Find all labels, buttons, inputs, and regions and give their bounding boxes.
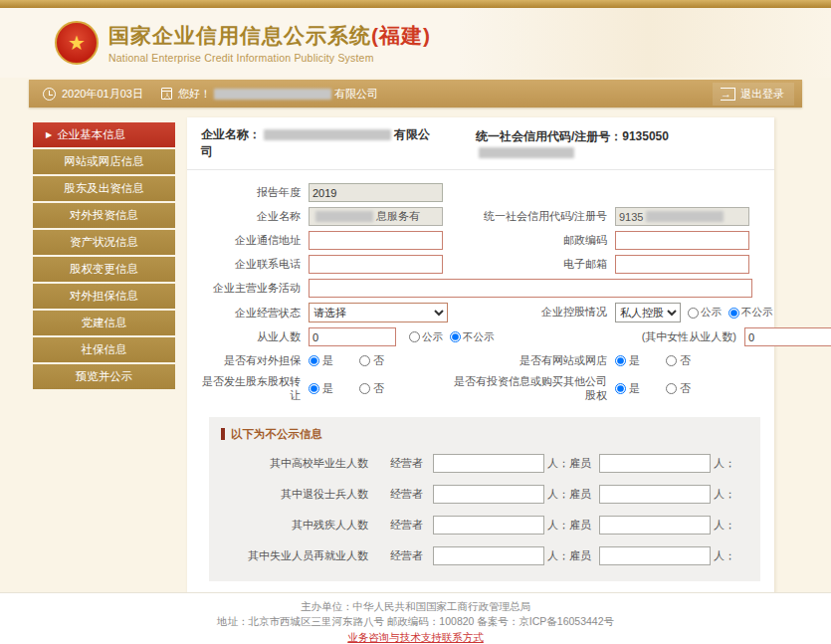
credit-code-field: 9135 <box>615 207 749 226</box>
footer-support-link[interactable]: 业务咨询与技术支持联系方式 <box>347 630 484 644</box>
disabled-operator-input[interactable] <box>433 516 544 535</box>
greeting-prefix: 您好！ <box>178 87 211 102</box>
company-name-label: 企业名称 <box>199 209 309 224</box>
footer-org-line: 主办单位：中华人民共和国国家工商行政管理总局 <box>0 599 831 614</box>
nonpublic-section-title: 以下为不公示信息 <box>221 427 748 442</box>
clock-icon <box>43 88 56 101</box>
site-title: 国家企业信用信息公示系统(福建) <box>108 22 431 50</box>
sidebar-item-shareholder-info[interactable]: 股东及出资信息 <box>33 176 175 201</box>
employees-publicity-radios: 公示 不公示 <box>402 330 615 344</box>
report-year-label: 报告年度 <box>199 185 309 200</box>
sidebar-item-party-info[interactable]: 党建信息 <box>33 311 175 335</box>
page-footer: 主办单位：中华人民共和国国家工商行政管理总局 地址：北京市西城区三里河东路八号 … <box>0 592 831 644</box>
holding-not-public-radio[interactable] <box>728 308 739 319</box>
employees-not-public-radio[interactable] <box>450 331 461 342</box>
nonpublic-row-reemployed: 其中失业人员再就业人数 经营者 人；雇员 人； <box>221 546 748 565</box>
address-label: 企业通信地址 <box>199 233 309 248</box>
logout-label: 退出登录 <box>740 87 784 102</box>
email-input[interactable] <box>615 255 749 274</box>
equity-transfer-label: 是否发生股东股权转让 <box>199 375 309 403</box>
greeting-company-suffix: 有限公司 <box>334 87 378 102</box>
company-name-redacted <box>264 129 391 140</box>
company-name-field: 息服务有 <box>309 207 443 226</box>
reemployed-operator-input[interactable] <box>433 546 544 565</box>
nonpublic-row-veterans: 其中退役士兵人数 经营者 人；雇员 人； <box>221 485 748 504</box>
holding-status-label: 企业控股情况 <box>448 306 615 320</box>
investment-no-radio[interactable] <box>666 383 677 394</box>
nonpublic-row-disabled: 其中残疾人人数 经营者 人；雇员 人； <box>221 516 748 535</box>
female-employees-label: (其中女性从业人数) <box>615 330 744 344</box>
sidebar-item-guarantee-info[interactable]: 对外担保信息 <box>33 284 175 309</box>
female-employees-input[interactable] <box>744 327 831 346</box>
sidebar-nav: ▶企业基本信息 网站或网店信息 股东及出资信息 对外投资信息 资产状况信息 股权… <box>33 122 175 391</box>
phone-label: 企业联系电话 <box>199 257 309 272</box>
nonpublic-row-graduates: 其中高校毕业生人数 经营者 人；雇员 人； <box>221 454 748 473</box>
equity-transfer-radios: 是 否 <box>309 381 448 396</box>
credit-code-label: 统一社会信用代码/注册号 <box>448 210 615 224</box>
graduates-operator-input[interactable] <box>433 454 544 473</box>
sidebar-item-preview-publish[interactable]: 预览并公示 <box>33 364 175 389</box>
equity-transfer-yes-radio[interactable] <box>309 383 319 394</box>
veterans-operator-input[interactable] <box>433 485 544 504</box>
website-label: 是否有网站或网店 <box>448 354 615 368</box>
guarantee-radios: 是 否 <box>309 353 448 368</box>
equity-transfer-no-radio[interactable] <box>359 383 370 394</box>
report-year-field <box>309 183 443 202</box>
guarantee-label: 是否有对外担保 <box>199 353 309 368</box>
employees-input[interactable] <box>309 327 396 346</box>
company-name-line: 企业名称：有限公司 <box>201 126 434 160</box>
investment-radios: 是 否 <box>615 381 717 396</box>
sidebar-item-website-info[interactable]: 网站或网店信息 <box>33 149 175 174</box>
site-title-main: 国家企业信用信息公示系统 <box>108 24 371 47</box>
session-topbar: 2020年01月03日 您好！ 有限公司 → 退出登录 <box>29 80 802 107</box>
phone-input[interactable] <box>309 255 443 274</box>
website-yes-radio[interactable] <box>615 355 626 366</box>
guarantee-yes-radio[interactable] <box>309 355 319 366</box>
address-input[interactable] <box>309 231 443 250</box>
sidebar-item-basic-info[interactable]: ▶企业基本信息 <box>33 122 175 147</box>
employees-public-radio[interactable] <box>409 331 420 342</box>
investment-yes-radio[interactable] <box>615 383 626 394</box>
website-no-radio[interactable] <box>666 355 677 366</box>
veterans-employee-input[interactable] <box>599 485 711 504</box>
operating-status-label: 企业经营状态 <box>199 306 309 321</box>
company-name-redacted <box>214 89 331 100</box>
postcode-label: 邮政编码 <box>448 234 615 248</box>
top-gold-strip <box>0 0 831 8</box>
site-title-region: (福建) <box>371 24 431 47</box>
logout-button[interactable]: → 退出登录 <box>713 83 794 106</box>
section-marker-icon <box>221 428 225 440</box>
active-arrow-icon: ▶ <box>46 130 52 139</box>
disabled-employee-input[interactable] <box>599 516 711 535</box>
postcode-input[interactable] <box>615 231 749 250</box>
employees-label: 从业人数 <box>199 329 309 344</box>
national-emblem-logo: ★ <box>55 21 99 65</box>
sidebar-item-social-security-info[interactable]: 社保信息 <box>33 337 175 362</box>
site-subtitle-en: National Enterprise Credit Information P… <box>108 52 431 64</box>
nonpublic-section: 以下为不公示信息 其中高校毕业生人数 经营者 人；雇员 人； 其中退役士兵人数 … <box>209 417 760 581</box>
investment-label: 是否有投资信息或购买其他公司股权 <box>448 375 615 403</box>
holding-status-select[interactable]: 私人控股 <box>615 303 681 322</box>
logout-icon: → <box>721 88 735 101</box>
guarantee-no-radio[interactable] <box>359 355 370 366</box>
credit-code-redacted <box>479 147 574 158</box>
user-badge-icon <box>161 88 172 100</box>
email-label: 电子邮箱 <box>448 258 615 272</box>
main-business-label: 企业主营业务活动 <box>199 281 309 296</box>
main-panel: 企业名称：有限公司 统一社会信用代码/注册号：9135050 报告年度 企业名称… <box>187 117 774 642</box>
credit-code-line: 统一社会信用代码/注册号：9135050 <box>476 128 760 159</box>
main-business-input[interactable] <box>309 279 752 298</box>
greeting: 您好！ 有限公司 <box>178 87 378 102</box>
panel-header: 企业名称：有限公司 统一社会信用代码/注册号：9135050 <box>187 117 774 170</box>
holding-publicity-radios: 公示 不公示 <box>681 306 773 320</box>
reemployed-employee-input[interactable] <box>599 546 711 565</box>
sidebar-item-investment-info[interactable]: 对外投资信息 <box>33 203 175 228</box>
holding-public-radio[interactable] <box>688 308 699 319</box>
sidebar-item-assets-info[interactable]: 资产状况信息 <box>33 230 175 255</box>
annual-report-form: 报告年度 企业名称 息服务有 统一社会信用代码/注册号 9135 企业通信地址 … <box>187 170 774 630</box>
sidebar-item-equity-change-info[interactable]: 股权变更信息 <box>33 257 175 282</box>
current-date: 2020年01月03日 <box>62 87 143 102</box>
graduates-employee-input[interactable] <box>599 454 711 473</box>
footer-address-line: 地址：北京市西城区三里河东路八号 邮政编码：100820 备案号：京ICP备16… <box>0 614 831 629</box>
operating-status-select[interactable]: 请选择 <box>309 303 448 322</box>
